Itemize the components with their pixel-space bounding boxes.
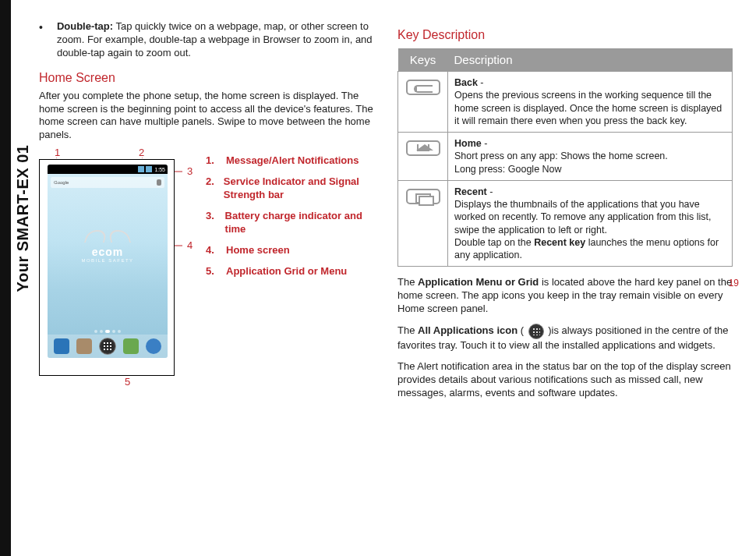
- right-column: Key Description Keys Description Back - …: [397, 20, 733, 548]
- recent-body2a: Double tap on the: [454, 237, 534, 248]
- phone-frame: 1:55 Google ecom MOBILE SAFETY: [39, 159, 175, 376]
- table-row-home: Home - Short press on any app: Shows the…: [398, 133, 733, 181]
- legend-1-num: 1.: [206, 154, 217, 168]
- legend-4-num: 4.: [206, 244, 217, 257]
- callout-3: 3: [187, 165, 193, 177]
- home-legend: 1. Message/Alert Notifications 2. Servic…: [206, 150, 369, 376]
- sidebar-model-label: Your SMART-EX 01: [14, 145, 32, 292]
- legend-4-text: Home screen: [226, 244, 290, 257]
- recent-key-icon: [406, 189, 440, 204]
- phone-diagram-wrap: 1 2 3 4 5: [39, 150, 195, 376]
- home-dash: -: [482, 138, 488, 149]
- alert-area-paragraph: The Alert notification area in the statu…: [397, 360, 733, 400]
- status-bar: 1:55: [48, 165, 168, 174]
- spine-bar: [0, 0, 11, 556]
- legend-2-text: Service Indicator and Signal Strength ba…: [224, 175, 369, 202]
- dock-allapps-icon: [99, 338, 116, 355]
- wallpaper-logo: ecom MOBILE SAFETY: [48, 227, 168, 263]
- home-title: Home: [454, 138, 482, 149]
- legend-3-num: 3.: [206, 210, 216, 236]
- legend-2-num: 2.: [206, 175, 214, 202]
- back-key-icon: [406, 80, 440, 95]
- recent-title: Recent: [454, 186, 487, 197]
- legend-item-1: 1. Message/Alert Notifications: [206, 154, 369, 168]
- phone-screen: 1:55 Google ecom MOBILE SAFETY: [48, 165, 168, 358]
- bullet-text: Double-tap: Tap quickly twice on a webpa…: [57, 20, 374, 60]
- google-search-bar: Google: [51, 177, 164, 188]
- all-apps-paragraph: The All Applications icon ( )is always p…: [397, 324, 733, 352]
- home-screen-body: After you complete the phone setup, the …: [39, 90, 374, 143]
- home-body: Short press on any app: Shows the home s…: [454, 151, 668, 161]
- p2c: (: [518, 324, 527, 336]
- legend-item-4: 4. Home screen: [206, 244, 369, 257]
- battery-icon: [146, 166, 152, 172]
- legend-3-text: Battery charge indicator and time: [225, 210, 369, 236]
- logo-wings-icon: [84, 227, 131, 243]
- double-tap-bullet: • Double-tap: Tap quickly twice on a web…: [39, 20, 374, 60]
- legend-item-2: 2. Service Indicator and Signal Strength…: [206, 175, 369, 202]
- home-screen-heading: Home Screen: [39, 71, 374, 85]
- table-row-recent: Recent - Displays the thumbnails of the …: [398, 180, 733, 267]
- callout-1-tick: [56, 158, 57, 158]
- signal-icon: [138, 166, 144, 172]
- legend-1-text: Message/Alert Notifications: [226, 154, 359, 168]
- callout-3-num: 3: [187, 165, 193, 177]
- dock-contacts-icon: [76, 338, 92, 354]
- left-column: • Double-tap: Tap quickly twice on a web…: [39, 20, 374, 548]
- dock-browser-icon: [146, 338, 161, 354]
- p1a: The: [397, 276, 418, 288]
- p2a: The: [397, 324, 418, 336]
- bullet-label: Double-tap:: [57, 20, 113, 32]
- key-description-table: Keys Description Back - Opens the previo…: [397, 48, 733, 267]
- recent-dash: -: [487, 186, 493, 197]
- callout-4: 4: [187, 239, 193, 251]
- legend-item-3: 3. Battery charge indicator and time: [206, 210, 369, 236]
- callout-2-tick: [142, 158, 143, 158]
- google-label: Google: [54, 180, 69, 185]
- back-dash: -: [478, 77, 484, 88]
- bullet-dot-icon: •: [39, 20, 43, 60]
- p2b: All Applications icon: [418, 324, 518, 336]
- dock-phone-icon: [54, 338, 69, 354]
- mic-icon: [157, 179, 161, 186]
- callout-1: 1: [55, 147, 60, 158]
- back-body: Opens the previous screens in the workin…: [454, 90, 722, 126]
- callout-5: 5: [125, 376, 130, 388]
- app-menu-paragraph: The Application Menu or Grid is located …: [397, 276, 733, 316]
- recent-body: Displays the thumbnails of the applicati…: [454, 199, 712, 236]
- key-description-heading: Key Description: [397, 28, 733, 42]
- page-number: 19: [729, 278, 739, 289]
- favorites-dock: [48, 335, 168, 358]
- legend-5-num: 5.: [206, 265, 217, 278]
- home-key-icon: [406, 140, 440, 156]
- home-body2: Long press: Google Now: [454, 164, 562, 175]
- callout-5-num: 5: [125, 376, 130, 388]
- all-apps-inline-icon: [528, 324, 544, 339]
- legend-item-5: 5. Application Grid or Menu: [206, 265, 369, 278]
- recent-body2b: Recent key: [534, 237, 585, 248]
- home-pager: [48, 330, 168, 333]
- callout-4-num: 4: [187, 239, 193, 251]
- table-row-back: Back - Opens the previous screens in the…: [398, 72, 733, 133]
- legend-5-text: Application Grid or Menu: [226, 265, 347, 278]
- p1b: Application Menu or Grid: [418, 276, 539, 288]
- back-title: Back: [454, 77, 478, 88]
- th-keys: Keys: [398, 48, 448, 72]
- brand-tagline: MOBILE SAFETY: [48, 258, 168, 263]
- callout-2: 2: [139, 147, 144, 158]
- status-time: 1:55: [154, 167, 165, 172]
- brand-text: ecom: [48, 246, 168, 258]
- dock-messaging-icon: [123, 338, 139, 354]
- th-description: Description: [448, 48, 733, 72]
